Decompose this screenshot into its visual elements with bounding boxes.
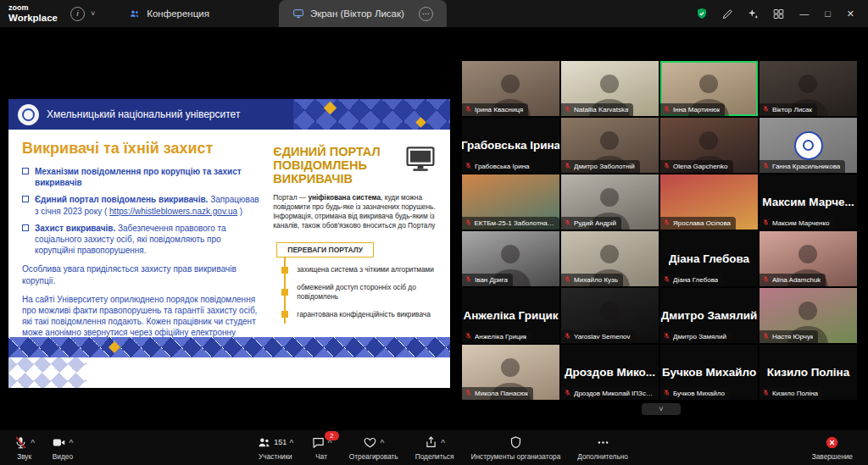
participant-name-tag: Михайло Кузь <box>561 274 623 286</box>
participant-tile[interactable]: Кизило ПолінаКизило Поліна <box>760 345 857 400</box>
toolbar-item-label: Видео <box>53 452 73 461</box>
titlebar: zoom Workplace i ˅ КонференцияЭкран (Вік… <box>0 0 868 27</box>
participant-tile[interactable]: Михайло Кузь <box>561 231 659 286</box>
chat-unread-badge: 2 <box>325 431 339 440</box>
gallery-collapse-button[interactable]: ˅ <box>642 403 681 415</box>
mic-muted-icon <box>564 162 571 171</box>
chevron-up-icon[interactable]: ^ <box>31 438 35 446</box>
layout-view-icon[interactable] <box>772 8 785 20</box>
minimize-button[interactable]: — <box>798 8 810 19</box>
participant-name-tag: Рудий Андрій <box>561 217 621 230</box>
participant-name-tag: Ярослава Осіпова <box>660 217 736 230</box>
toolbar-item-label: Дополнительно <box>577 452 628 461</box>
slide-header: Хмельницький національний університет <box>8 99 450 130</box>
participant-tile[interactable]: Дмитро Заболотній <box>561 118 659 173</box>
titlebar-tabs: КонференцияЭкран (Віктор Лисак)⋯ <box>115 0 447 27</box>
participant-name-tag: Дроздов Миколай ІПЗс-... <box>561 387 659 400</box>
participant-tile[interactable]: Віктор Лисак <box>760 61 857 116</box>
share-icon <box>424 435 438 450</box>
toolbar-end-button[interactable]: Завершение <box>804 430 861 465</box>
chevron-up-icon[interactable]: ^ <box>69 438 73 446</box>
mic-muted-icon <box>663 219 670 228</box>
diamond-pattern-footer <box>8 337 450 357</box>
participant-tile[interactable]: Настя Юрчук <box>760 288 857 343</box>
portal-benefit-item: обмежений доступ сторонніх осіб до повід… <box>286 279 438 306</box>
participant-count: 151 <box>274 438 287 446</box>
toolbar-participants-button[interactable]: 151^Участники <box>248 430 302 465</box>
chevron-up-icon[interactable]: ^ <box>441 438 445 446</box>
toolbar-share-button[interactable]: ^Поделиться <box>407 430 463 465</box>
toolbar-audio-button[interactable]: ^Звук <box>5 430 43 465</box>
participant-tile[interactable]: Olena Gapchenko <box>660 118 758 173</box>
participant-tile[interactable]: Ганна Красильникова <box>760 118 857 173</box>
participant-tile[interactable]: Анжеліка ГрицикАнжеліка Грицик <box>462 288 559 343</box>
participant-name-tag: Микола Панасюк <box>462 387 533 400</box>
mic-muted-icon <box>762 162 770 171</box>
whistleblower-portal-link[interactable]: https://whistleblowers.nazk.gov.ua <box>109 207 237 216</box>
participant-name-tag: Olena Gapchenko <box>660 160 733 173</box>
people-icon <box>257 435 271 450</box>
monitor-icon <box>403 145 438 175</box>
mic-muted-icon <box>762 389 770 398</box>
tab-label: Конференция <box>147 8 209 19</box>
chevron-up-icon[interactable]: ^ <box>380 438 384 446</box>
participant-name-tag: Грабовська Ірина <box>462 160 535 173</box>
mic-muted-icon <box>762 219 770 228</box>
toolbar-item-label: Чат <box>315 452 327 461</box>
close-button[interactable]: ✕ <box>845 8 856 19</box>
toolbar-item-label: Отреагировать <box>349 452 398 461</box>
tab-meeting[interactable]: Конференция <box>115 0 223 27</box>
participant-tile[interactable]: Дмитро ЗамялийДмитро Замялий <box>660 288 758 343</box>
chevron-down-icon[interactable]: ˅ <box>91 9 95 18</box>
toolbar-item-label: Инструменты организатора <box>471 452 561 461</box>
zoom-workplace-logo: zoom Workplace <box>8 4 58 23</box>
participant-tile[interactable]: Грабовська ІринаГрабовська Ірина <box>462 118 559 173</box>
university-logo-icon <box>18 104 39 125</box>
pencil-icon[interactable] <box>721 8 734 20</box>
toolbar-video-button[interactable]: ^Видео <box>43 430 81 465</box>
mic-muted-icon <box>465 332 472 341</box>
participant-tile[interactable]: Інна Мартинюк <box>660 61 758 116</box>
participant-name-tag: Yaroslav Semenov <box>561 330 636 343</box>
participant-tile[interactable]: Дроздов Мико...Дроздов Миколай ІПЗс-... <box>561 345 659 400</box>
toolbar-item-label: Поделиться <box>415 452 454 461</box>
toolbar-chat-button[interactable]: ^2Чат <box>303 430 341 465</box>
tab-screen-share[interactable]: Экран (Віктор Лисак)⋯ <box>279 0 447 27</box>
mic-muted-icon <box>663 332 670 341</box>
bullet-square-icon <box>22 224 29 231</box>
portal-benefit-item: гарантована конфіденційність викривача <box>286 306 438 324</box>
participant-tile[interactable]: Іван Дрига <box>462 231 559 286</box>
participant-name-tag: Віктор Лисак <box>760 103 817 116</box>
toolbar-host-tools-button[interactable]: Инструменты организатора <box>463 430 570 465</box>
chevron-up-icon[interactable]: ^ <box>289 438 293 446</box>
participant-tile[interactable]: Alina Adamchuk <box>760 231 857 286</box>
mic-muted-icon <box>762 275 770 285</box>
participant-tile[interactable]: Микола Панасюк <box>462 345 559 400</box>
participant-tile[interactable]: Nataliia Karvatska <box>561 61 659 116</box>
toolbar-item-label: Участники <box>259 452 292 461</box>
toolbar-more-button[interactable]: Дополнительно <box>569 430 637 465</box>
mic-muted-icon <box>564 275 571 285</box>
slide-paragraph: Особлива увага приділяється захисту прав… <box>22 263 261 285</box>
participant-tile[interactable]: Максим Марче...Максим Марченко <box>760 174 857 230</box>
participant-name-tag: ЕКТБм-25-1 Заболотна С... <box>462 217 559 230</box>
participant-name-tag: Кизило Поліна <box>760 387 823 400</box>
camera-icon <box>52 435 66 450</box>
participant-tile[interactable]: Діана ГлебоваДіана Глебова <box>660 231 758 286</box>
participant-tile[interactable]: ЕКТБм-25-1 Заболотна С... <box>462 174 559 230</box>
participant-tile[interactable]: Yaroslav Semenov <box>561 288 659 343</box>
participant-tile[interactable]: Рудий Андрій <box>561 174 659 230</box>
participant-tile[interactable]: Ярослава Осіпова <box>660 174 758 230</box>
participant-name-tag: Іван Дрига <box>462 274 513 286</box>
mic-muted-icon <box>663 162 670 171</box>
maximize-button[interactable]: □ <box>823 8 832 19</box>
security-shield-icon[interactable] <box>695 7 709 20</box>
tab-options-icon[interactable]: ⋯ <box>419 7 433 21</box>
info-icon[interactable]: i <box>70 7 85 21</box>
ai-sparkle-icon[interactable] <box>747 8 760 20</box>
participant-name-tag: Ірина Квасниця <box>462 103 528 116</box>
slide-title: Викривачі та їхній захист <box>22 140 261 158</box>
participant-tile[interactable]: Бучков МихайлоБучков Михайло <box>660 345 758 400</box>
toolbar-react-button[interactable]: ^Отреагировать <box>341 430 407 465</box>
participant-tile[interactable]: Ірина Квасниця <box>462 61 559 116</box>
